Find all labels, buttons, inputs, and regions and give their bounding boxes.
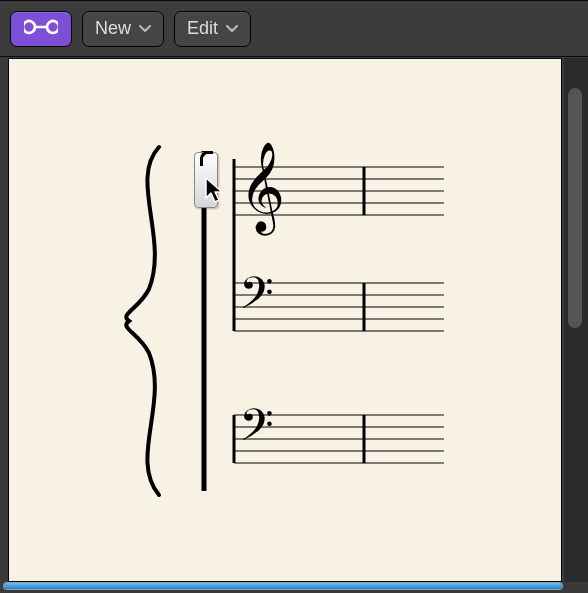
- bass-clef-icon: 𝄢: [239, 269, 274, 329]
- score-editor-window: New Edit: [0, 0, 588, 593]
- bass-staff-2: 𝄢: [234, 401, 444, 463]
- edit-menu-label: Edit: [187, 18, 218, 39]
- edit-menu[interactable]: Edit: [174, 11, 251, 47]
- new-menu-label: New: [95, 18, 131, 39]
- catch-playhead-toggle[interactable]: [10, 11, 72, 47]
- bass-staff-1: 𝄢: [234, 269, 444, 331]
- toolbar: New Edit: [0, 0, 588, 57]
- bass-clef-icon: 𝄢: [239, 401, 274, 461]
- chevron-down-icon: [226, 25, 238, 33]
- window-focus-indicator: [4, 583, 562, 589]
- chain-link-icon: [24, 17, 58, 41]
- treble-clef-icon: 𝄞: [239, 142, 285, 236]
- chevron-down-icon: [139, 25, 151, 33]
- vertical-scrollbar[interactable]: [564, 58, 588, 582]
- grand-staff-brace: [126, 147, 159, 495]
- score-svg: 𝄞 𝄢: [9, 59, 561, 581]
- vertical-scrollbar-thumb[interactable]: [568, 88, 582, 328]
- score-paper[interactable]: 𝄞 𝄢: [8, 58, 562, 582]
- treble-staff: 𝄞: [234, 142, 444, 236]
- bracket-drag-handle[interactable]: [194, 152, 218, 208]
- new-menu[interactable]: New: [82, 11, 164, 47]
